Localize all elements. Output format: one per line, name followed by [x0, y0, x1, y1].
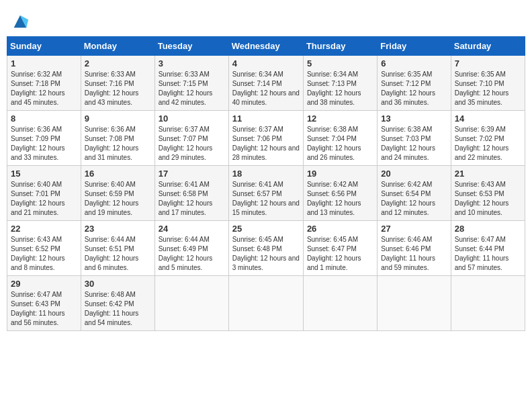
calendar-cell: 20Sunrise: 6:42 AMSunset: 6:54 PMDayligh… [378, 166, 451, 221]
day-info: Sunrise: 6:38 AMSunset: 7:04 PMDaylight:… [307, 125, 373, 163]
calendar-cell: 17Sunrise: 6:41 AMSunset: 6:58 PMDayligh… [154, 166, 228, 221]
calendar-cell [303, 276, 377, 331]
day-number: 19 [307, 169, 373, 179]
day-info: Sunrise: 6:46 AMSunset: 6:46 PMDaylight:… [381, 235, 447, 273]
weekday-row: SundayMondayTuesdayWednesdayThursdayFrid… [7, 37, 525, 56]
day-number: 2 [85, 58, 151, 68]
day-number: 22 [11, 224, 77, 234]
day-number: 13 [381, 113, 447, 124]
day-info: Sunrise: 6:43 AMSunset: 6:53 PMDaylight:… [455, 180, 521, 218]
calendar-cell: 8Sunrise: 6:36 AMSunset: 7:09 PMDaylight… [7, 111, 81, 166]
calendar-cell: 9Sunrise: 6:36 AMSunset: 7:08 PMDaylight… [81, 111, 154, 166]
weekday-header-sunday: Sunday [7, 37, 81, 56]
calendar-cell: 29Sunrise: 6:47 AMSunset: 6:43 PMDayligh… [7, 276, 81, 331]
calendar-cell: 1Sunrise: 6:32 AMSunset: 7:18 PMDaylight… [7, 56, 81, 111]
day-info: Sunrise: 6:33 AMSunset: 7:15 PMDaylight:… [159, 70, 225, 107]
calendar-cell: 3Sunrise: 6:33 AMSunset: 7:15 PMDaylight… [154, 56, 228, 111]
day-number: 24 [159, 224, 225, 234]
day-info: Sunrise: 6:40 AMSunset: 6:59 PMDaylight:… [85, 180, 151, 218]
day-number: 6 [381, 58, 447, 68]
day-info: Sunrise: 6:35 AMSunset: 7:10 PMDaylight:… [455, 70, 521, 107]
day-number: 26 [307, 224, 373, 234]
day-number: 1 [11, 58, 77, 68]
day-number: 25 [232, 224, 300, 234]
day-number: 18 [232, 169, 300, 179]
calendar-cell: 22Sunrise: 6:43 AMSunset: 6:52 PMDayligh… [7, 221, 81, 276]
calendar-cell [154, 276, 228, 331]
calendar-cell: 10Sunrise: 6:37 AMSunset: 7:07 PMDayligh… [154, 111, 228, 166]
day-info: Sunrise: 6:41 AMSunset: 6:57 PMDaylight:… [232, 180, 300, 218]
weekday-header-saturday: Saturday [451, 37, 525, 56]
calendar-week-1: 1Sunrise: 6:32 AMSunset: 7:18 PMDaylight… [7, 56, 525, 111]
calendar-cell: 2Sunrise: 6:33 AMSunset: 7:16 PMDaylight… [81, 56, 154, 111]
weekday-header-thursday: Thursday [303, 37, 377, 56]
calendar-cell: 21Sunrise: 6:43 AMSunset: 6:53 PMDayligh… [451, 166, 525, 221]
calendar-cell: 4Sunrise: 6:34 AMSunset: 7:14 PMDaylight… [228, 56, 303, 111]
calendar-cell: 23Sunrise: 6:44 AMSunset: 6:51 PMDayligh… [81, 221, 154, 276]
calendar-cell: 12Sunrise: 6:38 AMSunset: 7:04 PMDayligh… [303, 111, 377, 166]
weekday-header-wednesday: Wednesday [228, 37, 303, 56]
logo [9, 12, 30, 31]
day-number: 27 [381, 224, 447, 234]
calendar-cell: 25Sunrise: 6:45 AMSunset: 6:48 PMDayligh… [228, 221, 303, 276]
day-info: Sunrise: 6:34 AMSunset: 7:13 PMDaylight:… [307, 70, 373, 107]
calendar-cell: 30Sunrise: 6:48 AMSunset: 6:42 PMDayligh… [81, 276, 154, 331]
calendar-cell [378, 276, 451, 331]
calendar-header: SundayMondayTuesdayWednesdayThursdayFrid… [7, 37, 525, 56]
day-info: Sunrise: 6:37 AMSunset: 7:07 PMDaylight:… [159, 125, 225, 163]
calendar-cell: 13Sunrise: 6:38 AMSunset: 7:03 PMDayligh… [378, 111, 451, 166]
day-info: Sunrise: 6:44 AMSunset: 6:51 PMDaylight:… [85, 235, 151, 273]
calendar-cell: 18Sunrise: 6:41 AMSunset: 6:57 PMDayligh… [228, 166, 303, 221]
day-info: Sunrise: 6:44 AMSunset: 6:49 PMDaylight:… [159, 235, 225, 273]
weekday-header-tuesday: Tuesday [154, 37, 228, 56]
calendar-cell: 5Sunrise: 6:34 AMSunset: 7:13 PMDaylight… [303, 56, 377, 111]
calendar-week-5: 29Sunrise: 6:47 AMSunset: 6:43 PMDayligh… [7, 276, 525, 331]
calendar-cell: 24Sunrise: 6:44 AMSunset: 6:49 PMDayligh… [154, 221, 228, 276]
day-number: 8 [11, 113, 77, 124]
day-info: Sunrise: 6:47 AMSunset: 6:44 PMDaylight:… [455, 235, 521, 273]
day-info: Sunrise: 6:41 AMSunset: 6:58 PMDaylight:… [159, 180, 225, 218]
day-info: Sunrise: 6:42 AMSunset: 6:56 PMDaylight:… [307, 180, 373, 218]
day-number: 4 [232, 58, 300, 68]
calendar-table: SundayMondayTuesdayWednesdayThursdayFrid… [7, 36, 525, 331]
calendar-cell: 15Sunrise: 6:40 AMSunset: 7:01 PMDayligh… [7, 166, 81, 221]
day-number: 20 [381, 169, 447, 179]
day-number: 16 [85, 169, 151, 179]
day-info: Sunrise: 6:42 AMSunset: 6:54 PMDaylight:… [381, 180, 447, 218]
day-info: Sunrise: 6:38 AMSunset: 7:03 PMDaylight:… [381, 125, 447, 163]
calendar-cell: 6Sunrise: 6:35 AMSunset: 7:12 PMDaylight… [378, 56, 451, 111]
calendar-cell: 7Sunrise: 6:35 AMSunset: 7:10 PMDaylight… [451, 56, 525, 111]
weekday-header-monday: Monday [81, 37, 154, 56]
day-info: Sunrise: 6:43 AMSunset: 6:52 PMDaylight:… [11, 235, 77, 273]
day-number: 11 [232, 113, 300, 124]
day-number: 29 [11, 279, 77, 289]
day-info: Sunrise: 6:37 AMSunset: 7:06 PMDaylight:… [232, 125, 300, 163]
day-number: 17 [159, 169, 225, 179]
day-info: Sunrise: 6:45 AMSunset: 6:48 PMDaylight:… [232, 235, 300, 273]
logo-icon [11, 12, 30, 31]
day-number: 7 [455, 58, 521, 68]
weekday-header-friday: Friday [378, 37, 451, 56]
day-number: 28 [455, 224, 521, 234]
day-number: 15 [11, 169, 77, 179]
day-info: Sunrise: 6:40 AMSunset: 7:01 PMDaylight:… [11, 180, 77, 218]
day-number: 10 [159, 113, 225, 124]
day-info: Sunrise: 6:47 AMSunset: 6:43 PMDaylight:… [11, 290, 77, 328]
day-number: 3 [159, 58, 225, 68]
day-number: 30 [85, 279, 151, 289]
day-info: Sunrise: 6:36 AMSunset: 7:09 PMDaylight:… [11, 125, 77, 163]
calendar-cell: 16Sunrise: 6:40 AMSunset: 6:59 PMDayligh… [81, 166, 154, 221]
calendar-cell [451, 276, 525, 331]
day-number: 21 [455, 169, 521, 179]
day-info: Sunrise: 6:39 AMSunset: 7:02 PMDaylight:… [455, 125, 521, 163]
day-number: 23 [85, 224, 151, 234]
day-info: Sunrise: 6:34 AMSunset: 7:14 PMDaylight:… [232, 70, 300, 107]
day-info: Sunrise: 6:35 AMSunset: 7:12 PMDaylight:… [381, 70, 447, 107]
calendar-week-2: 8Sunrise: 6:36 AMSunset: 7:09 PMDaylight… [7, 111, 525, 166]
day-number: 12 [307, 113, 373, 124]
day-number: 14 [455, 113, 521, 124]
day-info: Sunrise: 6:36 AMSunset: 7:08 PMDaylight:… [85, 125, 151, 163]
calendar-body: 1Sunrise: 6:32 AMSunset: 7:18 PMDaylight… [7, 56, 525, 331]
calendar-cell: 26Sunrise: 6:45 AMSunset: 6:47 PMDayligh… [303, 221, 377, 276]
calendar-week-3: 15Sunrise: 6:40 AMSunset: 7:01 PMDayligh… [7, 166, 525, 221]
